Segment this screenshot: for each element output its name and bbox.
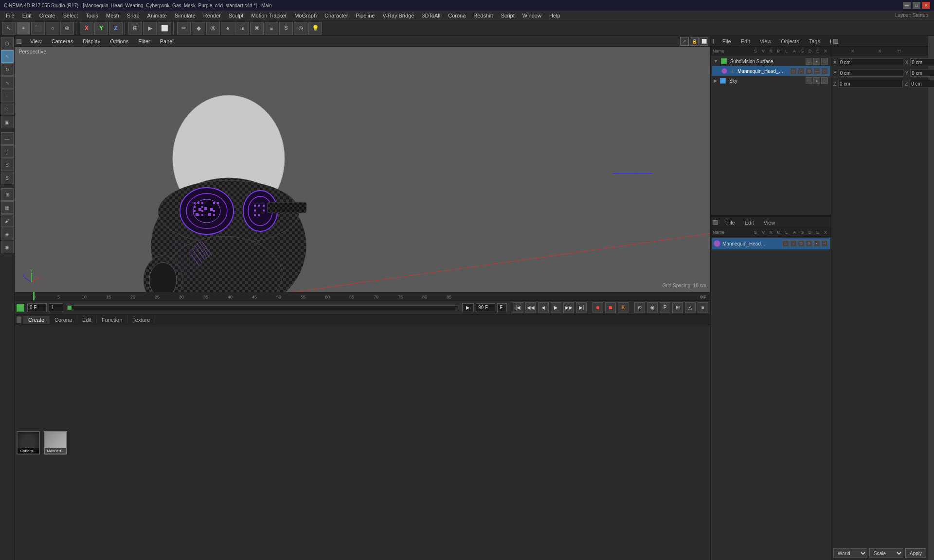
viewport-filter-menu[interactable]: Filter xyxy=(135,38,153,45)
menu-edit[interactable]: Edit xyxy=(18,12,36,19)
btn-step-fwd[interactable]: ▶▶ xyxy=(563,302,574,313)
vis-icon-s3[interactable]: ◌ xyxy=(821,58,828,65)
tool-points[interactable]: · xyxy=(1,89,14,102)
object-item-sky[interactable]: ▶ Sky □ ● ◌ xyxy=(712,76,830,86)
toolbar-y-axis[interactable]: Y xyxy=(94,22,108,35)
toolbar-s[interactable]: S xyxy=(279,22,293,35)
tool-curve[interactable]: ∫ xyxy=(1,145,14,158)
viewport-view-menu[interactable]: View xyxy=(27,38,45,45)
vis-icon-sky3[interactable]: ◌ xyxy=(821,77,828,84)
toolbar-add[interactable]: ⊕ xyxy=(60,22,74,35)
btn-list-tm[interactable]: ≡ xyxy=(698,302,708,313)
vis-icon-m4[interactable]: — xyxy=(813,68,820,74)
mat-icon-5[interactable]: ▸ xyxy=(813,240,820,247)
vis-icon-m5[interactable]: ◌ xyxy=(821,68,828,74)
tool-move[interactable]: ↖ xyxy=(1,50,14,63)
btn-rec[interactable]: ⏺ xyxy=(593,302,603,313)
menu-animate[interactable]: Animate xyxy=(144,12,171,19)
viewport-options-menu[interactable]: Options xyxy=(107,38,131,45)
menu-vray[interactable]: V-Ray Bridge xyxy=(378,12,418,19)
toolbar-target[interactable]: ⊚ xyxy=(294,22,307,35)
timeline-scrubber[interactable] xyxy=(67,305,458,310)
mat-icon-2[interactable]: ◦ xyxy=(790,240,797,247)
coord-x-pos[interactable] xyxy=(839,58,903,66)
tool-extra1[interactable]: ◈ xyxy=(1,228,14,240)
material-swatch-mannequin[interactable]: Manned... xyxy=(44,431,67,455)
vis-icon-s1[interactable]: □ xyxy=(806,58,812,65)
viewport-display-menu[interactable]: Display xyxy=(80,38,103,45)
btn-play-back[interactable]: ◀◀ xyxy=(525,302,536,313)
play-button-field[interactable] xyxy=(462,303,474,312)
menu-pipeline[interactable]: Pipeline xyxy=(352,12,378,19)
om-view-menu[interactable]: View xyxy=(757,38,774,45)
material-swatch-cyberpunk[interactable]: Cyberp... xyxy=(17,431,40,455)
mat-view-menu[interactable]: View xyxy=(761,219,778,226)
menu-create[interactable]: Create xyxy=(36,12,59,19)
om-edit-menu[interactable]: Edit xyxy=(738,38,753,45)
tool-paint[interactable]: 🖌 xyxy=(1,214,14,227)
vis-icon-m2[interactable]: ◦ xyxy=(798,68,805,74)
menu-snap[interactable]: Snap xyxy=(123,12,144,19)
tool-rotate[interactable]: ↻ xyxy=(1,63,14,76)
tab-create[interactable]: Create xyxy=(23,316,50,324)
viewport-maximize-icon[interactable]: ↗ xyxy=(680,37,689,46)
btn-key[interactable]: K xyxy=(618,302,629,313)
object-item-subdivision[interactable]: ▼ Subdivision Surface □ ● ◌ xyxy=(712,56,830,66)
menu-mesh[interactable]: Mesh xyxy=(102,12,123,19)
menu-file[interactable]: File xyxy=(2,12,18,19)
btn-goto-end[interactable]: ▶| xyxy=(576,302,587,313)
btn-fps[interactable]: ◉ xyxy=(647,302,658,313)
tool-s3[interactable]: S xyxy=(1,172,14,184)
btn-goto-start[interactable]: |◀ xyxy=(513,302,523,313)
viewport-lock-icon[interactable]: 🔒 xyxy=(690,37,699,46)
menu-tools[interactable]: Tools xyxy=(82,12,102,19)
end-frame-input[interactable] xyxy=(476,303,495,312)
menu-render[interactable]: Render xyxy=(199,12,225,19)
vis-icon-m1[interactable]: □ xyxy=(790,68,797,74)
vis-icon-s2[interactable]: ● xyxy=(813,58,820,65)
toolbar-pattern[interactable]: ≋ xyxy=(235,22,249,35)
mat-edit-menu[interactable]: Edit xyxy=(742,219,757,226)
toolbar-circle[interactable]: ○ xyxy=(46,22,59,35)
vis-icon-sky1[interactable]: □ xyxy=(806,77,812,84)
tool-edges[interactable]: ⌇ xyxy=(1,103,14,115)
mat-icon-3[interactable]: ⊡ xyxy=(798,240,805,247)
viewport-render-icon[interactable]: ⬜ xyxy=(700,37,708,46)
menu-simulate[interactable]: Simulate xyxy=(171,12,199,19)
minimize-button[interactable]: — xyxy=(903,2,911,9)
menu-mograph[interactable]: MoGraph xyxy=(290,12,321,19)
toolbar-light[interactable]: 💡 xyxy=(308,22,322,35)
btn-play[interactable]: ▶ xyxy=(551,302,561,313)
om-file-menu[interactable]: File xyxy=(719,38,734,45)
menu-script[interactable]: Script xyxy=(497,12,519,19)
vis-icon-sky2[interactable]: ● xyxy=(813,77,820,84)
tab-corona[interactable]: Corona xyxy=(50,316,77,324)
coord-y-pos[interactable] xyxy=(839,69,903,77)
coord-z-rot[interactable] xyxy=(910,80,934,88)
toolbar-record[interactable]: ⬜ xyxy=(158,22,171,35)
btn-stop[interactable]: ⏹ xyxy=(605,302,616,313)
tool-grid3[interactable]: ▦ xyxy=(1,201,14,214)
menu-sculpt[interactable]: Sculpt xyxy=(225,12,248,19)
toolbar-x-axis[interactable]: X xyxy=(80,22,93,35)
toolbar-brush[interactable]: ✏ xyxy=(177,22,191,35)
material-row-mannequin[interactable]: Mannequin_Head_Wearing_Cyberpunk_Gas_Mas… xyxy=(712,238,830,249)
viewport-panel-menu[interactable]: Panel xyxy=(157,38,177,45)
toolbar-sphere[interactable]: ● xyxy=(221,22,234,35)
toolbar-mat[interactable]: ◆ xyxy=(192,22,205,35)
menu-3dtoall[interactable]: 3DToAll xyxy=(418,12,444,19)
tab-texture[interactable]: Texture xyxy=(127,316,155,324)
coord-x-rot[interactable] xyxy=(910,58,934,66)
tab-edit[interactable]: Edit xyxy=(77,316,97,324)
btn-dots[interactable]: ⊙ xyxy=(634,302,645,313)
toolbar-grid[interactable]: ⊞ xyxy=(128,22,142,35)
mat-icon-1[interactable]: □ xyxy=(782,240,789,247)
fps-input[interactable] xyxy=(497,303,507,312)
tool-s2[interactable]: S xyxy=(1,158,14,171)
toolbar-live[interactable]: ◈ xyxy=(17,22,30,35)
tab-function[interactable]: Function xyxy=(97,316,127,324)
toolbar-cross[interactable]: ✖ xyxy=(250,22,264,35)
tool-line[interactable]: — xyxy=(1,132,14,145)
om-tags-menu[interactable]: Tags xyxy=(806,38,823,45)
btn-grid-tm[interactable]: ⊞ xyxy=(672,302,683,313)
